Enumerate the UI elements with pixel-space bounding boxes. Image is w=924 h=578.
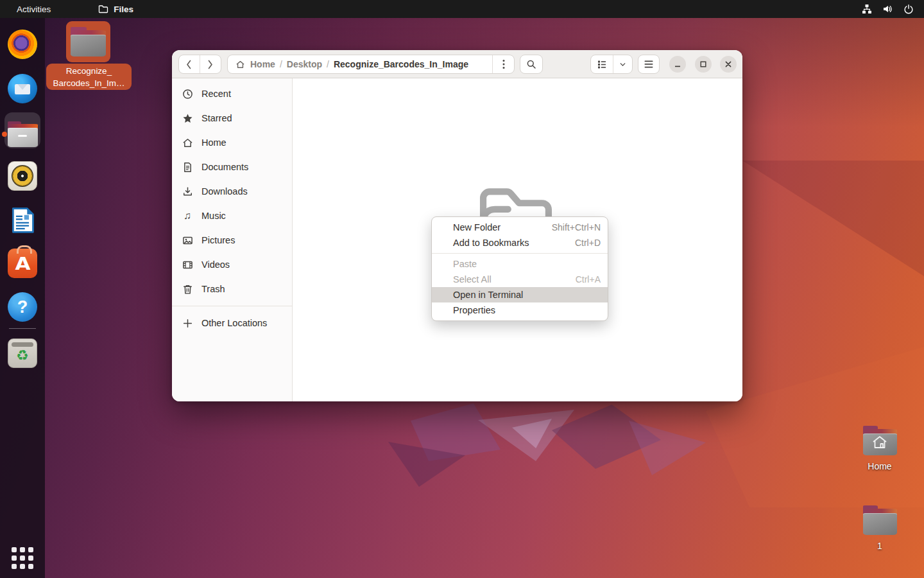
menu-separator [432, 253, 608, 254]
sidebar-item-label: Documents [201, 162, 248, 172]
menu-item-open-in-terminal[interactable]: Open in Terminal [432, 287, 608, 302]
home-icon [235, 60, 245, 69]
network-icon[interactable] [862, 4, 872, 14]
maximize-icon [699, 60, 707, 68]
thunderbird-icon [8, 74, 37, 103]
sidebar-item-label: Other Locations [201, 318, 267, 328]
header-bar: Home / Desktop / Recognize_Barcodes_In_I… [172, 50, 742, 78]
menu-item-select-all: Select All Ctrl+A [432, 272, 608, 287]
home-icon [182, 137, 193, 148]
hamburger-menu-button[interactable] [638, 55, 660, 74]
context-menu: New Folder Shift+Ctrl+N Add to Bookmarks… [431, 216, 608, 321]
list-view-icon [597, 59, 607, 69]
dock: A ? ♻ [0, 18, 45, 578]
sidebar-item-label: Pictures [201, 235, 235, 245]
desktop: Activities Files [0, 0, 924, 578]
folder-icon [71, 27, 106, 57]
dock-item-trash[interactable]: ♻ [0, 335, 45, 372]
path-menu-button[interactable] [492, 55, 514, 73]
menu-item-new-folder[interactable]: New Folder Shift+Ctrl+N [432, 220, 608, 235]
active-app-menu[interactable]: Files [98, 4, 133, 14]
breadcrumb-separator: / [327, 59, 329, 69]
sidebar-item-trash[interactable]: Trash [172, 277, 292, 301]
desktop-icon-home[interactable]: Home [851, 426, 909, 471]
dock-item-libreoffice-writer[interactable] [0, 202, 45, 239]
libreoffice-writer-icon [8, 206, 37, 235]
top-bar: Activities Files [0, 0, 924, 18]
dock-item-files[interactable] [0, 116, 45, 153]
close-button[interactable] [720, 56, 737, 73]
sidebar-item-starred[interactable]: Starred [172, 106, 292, 130]
dock-item-app-grid[interactable] [0, 539, 45, 577]
sidebar-item-documents[interactable]: Documents [172, 155, 292, 179]
forward-button[interactable] [200, 55, 221, 73]
menu-item-paste: Paste [432, 256, 608, 272]
dock-divider [9, 328, 36, 329]
sidebar-item-label: Home [201, 137, 227, 148]
trash-icon [182, 284, 193, 295]
dock-item-thunderbird[interactable] [0, 70, 45, 107]
files-window: Home / Desktop / Recognize_Barcodes_In_I… [172, 50, 742, 401]
rhythmbox-icon [8, 161, 37, 191]
house-icon [871, 435, 888, 450]
dock-item-ubuntu-software[interactable]: A [0, 245, 45, 282]
sidebar-item-label: Recent [201, 89, 231, 99]
sidebar-item-label: Trash [201, 284, 225, 294]
breadcrumb[interactable]: Home / Desktop / Recognize_Barcodes_In_I… [227, 55, 515, 74]
breadcrumb-desktop[interactable]: Desktop [287, 59, 322, 69]
search-button[interactable] [520, 55, 543, 74]
star-icon [182, 113, 193, 124]
desktop-icon-recognize-barcodes[interactable] [66, 21, 110, 62]
menu-item-add-to-bookmarks[interactable]: Add to Bookmarks Ctrl+D [432, 235, 608, 250]
breadcrumb-home[interactable]: Home [250, 59, 275, 69]
video-icon [182, 259, 193, 270]
breadcrumb-separator: / [280, 59, 282, 69]
menu-item-label: Properties [453, 305, 601, 315]
sidebar-item-label: Music [201, 211, 226, 221]
menu-item-properties[interactable]: Properties [432, 302, 608, 318]
desktop-icon-label-recognize-barcodes[interactable]: Recognize_ Barcodes_In_Im… [46, 64, 132, 90]
desktop-icon-folder-1[interactable]: 1 [851, 505, 909, 551]
sidebar-item-other-locations[interactable]: Other Locations [172, 311, 292, 335]
desktop-icon-folder-1-label: 1 [877, 541, 882, 551]
maximize-button[interactable] [695, 56, 712, 73]
sidebar: Recent Starred Home Documents Downloads [172, 78, 293, 401]
back-button[interactable] [179, 55, 200, 73]
sidebar-divider [172, 306, 292, 306]
system-tray[interactable] [862, 4, 914, 14]
trash-dock-icon: ♻ [8, 338, 37, 368]
view-options-button[interactable] [613, 55, 632, 73]
sidebar-item-recent[interactable]: Recent [172, 82, 292, 106]
dock-running-indicator [2, 132, 7, 137]
sidebar-item-home[interactable]: Home [172, 130, 292, 155]
dock-item-help[interactable]: ? [0, 288, 45, 326]
kebab-menu-icon [502, 59, 505, 69]
app-grid-icon [12, 547, 33, 569]
sidebar-item-music[interactable]: ♫ Music [172, 204, 292, 228]
minimize-button[interactable] [669, 56, 686, 73]
sidebar-item-videos[interactable]: Videos [172, 252, 292, 277]
sidebar-item-downloads[interactable]: Downloads [172, 179, 292, 204]
search-icon [526, 59, 536, 69]
menu-item-label: New Folder [453, 222, 552, 232]
menu-item-label: Paste [453, 259, 601, 269]
list-view-button[interactable] [591, 55, 613, 73]
sidebar-item-pictures[interactable]: Pictures [172, 228, 292, 252]
close-icon [724, 60, 732, 68]
wallpaper-facet [742, 161, 924, 353]
volume-icon[interactable] [882, 4, 893, 14]
power-icon[interactable] [903, 4, 914, 14]
breadcrumb-current: Recognize_Barcodes_In_Image [334, 59, 468, 69]
dock-item-firefox[interactable] [0, 26, 45, 63]
chevron-left-icon [186, 60, 192, 69]
view-toggle [590, 55, 633, 74]
menu-item-shortcut: Shift+Ctrl+N [552, 222, 601, 232]
sidebar-item-label: Downloads [201, 186, 248, 197]
music-note-icon: ♫ [182, 210, 193, 222]
chevron-down-icon [619, 60, 627, 69]
sidebar-item-label: Videos [201, 259, 230, 270]
picture-icon [182, 235, 193, 246]
dock-item-rhythmbox[interactable] [0, 157, 45, 195]
wallpaper-facet [629, 421, 706, 475]
activities-button[interactable]: Activities [13, 4, 55, 14]
